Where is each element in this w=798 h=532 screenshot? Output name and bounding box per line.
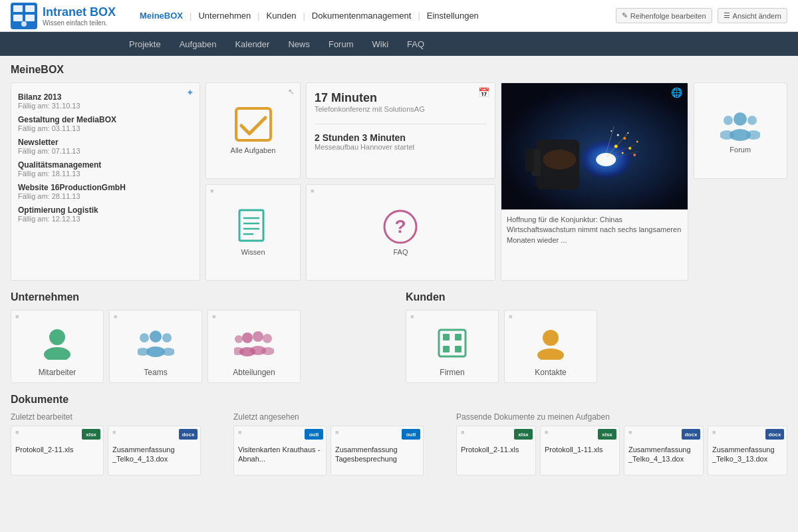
globe-icon-2: 🌐 (671, 87, 682, 98)
forum-label-2: Forum (730, 146, 751, 154)
task-row: Optimierung Logistik Fällig am: 12.12.13 (18, 205, 193, 223)
top-nav: MeineBOX | Unternehmen | Kunden | Dokume… (133, 11, 616, 21)
alle-aufgaben-card-2[interactable]: ↖ Alle Aufgaben (205, 82, 301, 179)
svg-rect-4 (25, 15, 35, 21)
sub-nav: Projekte Aufgaben Kalender News Forum Wi… (0, 32, 798, 56)
task-row: Bilanz 2013 Fällig am: 31.10.13 (18, 92, 193, 110)
sub-nav-news[interactable]: News (279, 32, 319, 56)
zuletzt-angesehen-cards: ■ outl Visitenkarten Krauthaus - Abnah..… (233, 426, 446, 475)
svg-rect-60 (525, 148, 534, 172)
timer-card-2[interactable]: 📅 17 Minuten Telefonkonferenz mit Soluti… (306, 82, 495, 179)
kunden-title: Kunden (406, 291, 787, 303)
svg-point-89 (543, 330, 559, 346)
wissen-label-2: Wissen (241, 248, 265, 256)
sub-nav-faq[interactable]: FAQ (398, 32, 434, 56)
svg-point-82 (235, 335, 243, 343)
corner-mark: ■ (712, 429, 716, 436)
sub-nav-kalender[interactable]: Kalender (225, 32, 279, 56)
news-image-2 (501, 83, 688, 209)
teams-icon (138, 327, 174, 360)
doc-protokoll-2-11-b[interactable]: ■ xlsx Protokoll_2-11.xls (456, 426, 536, 475)
svg-rect-3 (13, 15, 23, 21)
calendar-icon-2: 📅 (478, 87, 489, 98)
reihenfolge-button[interactable]: ✎ Reihenfolge bearbeiten (616, 8, 712, 23)
wissen-card-2[interactable]: ■ Wissen (205, 184, 301, 281)
svg-point-49 (610, 130, 612, 132)
zuletzt-bearbeitet-label: Zuletzt bearbeitet (11, 412, 223, 422)
top-nav-einstellungen[interactable]: Einstellungen (420, 11, 485, 21)
corner-mark: ■ (15, 313, 19, 320)
dokumente-grid: Zuletzt bearbeitet ■ xlsx Protokoll_2-11… (11, 412, 787, 475)
firmen-icon (436, 327, 469, 360)
tasks-list-inner: Bilanz 2013 Fällig am: 31.10.13 Gestaltu… (18, 90, 193, 228)
svg-point-5 (21, 21, 27, 27)
doc-zusammenfassung-telko-3[interactable]: ■ docx Zusammenfassung _Telko_3_13.dox (708, 426, 787, 475)
news-card-2[interactable]: 🌐 (501, 82, 688, 281)
svg-rect-34 (239, 210, 263, 241)
edit-icon: ✎ (622, 11, 628, 20)
teams-label: Teams (110, 368, 201, 377)
doc-zusammenfassung-telko-4[interactable]: ■ docx Zusammenfassung _Telko_4_13.dox (108, 426, 201, 475)
logo-title: Intranet BOX (43, 5, 116, 19)
corner-mark: ■ (15, 429, 19, 436)
mitarbeiter-label: Mitarbeiter (11, 368, 103, 377)
tasks-list-card[interactable]: ✦ Bilanz 2013 Fällig am: 31.10.13 Gestal… (11, 82, 200, 281)
doc-type-docx: docx (765, 429, 784, 440)
passende-dokumente-cards: ■ xlsx Protokoll_2-11.xls ■ xlsx Protoko… (456, 426, 787, 475)
svg-point-72 (140, 333, 149, 342)
logo-icon (11, 3, 37, 29)
doc-type-outl: outl (402, 429, 420, 440)
kontakte-label: Kontakte (505, 368, 597, 377)
teams-card[interactable]: ■ Teams (109, 310, 202, 383)
doc-zusammenfassung-telko-4-b[interactable]: ■ docx Zusammenfassung _Telko_4_13.dox (624, 426, 704, 475)
doc-protokoll-1-11[interactable]: ■ xlsx Protokoll_1-11.xls (540, 426, 620, 475)
top-nav-meinebox[interactable]: MeineBOX (133, 11, 190, 21)
zuletzt-bearbeitet-cards: ■ xlsx Protokoll_2-11.xls ■ docx Zusamme… (11, 426, 223, 475)
svg-rect-87 (443, 346, 450, 352)
timer-messe: Messeaufbau Hannover startet (315, 143, 487, 151)
doc-type-xlsx: xlsx (598, 429, 616, 440)
svg-point-68 (49, 329, 65, 345)
firmen-card[interactable]: ■ Firmen (406, 310, 499, 383)
unternehmen-section: Unternehmen ■ Mitarbeiter ■ (11, 291, 392, 383)
corner-mark: ■ (112, 429, 116, 436)
forum-card-2[interactable]: Forum (694, 82, 788, 179)
header-actions: ✎ Reihenfolge bearbeiten ☰ Ansicht änder… (616, 8, 787, 23)
ansicht-button[interactable]: ☰ Ansicht ändern (718, 8, 787, 23)
corner-mark: ■ (210, 188, 213, 194)
task-row: Newsletter Fällig am: 07.11.13 (18, 138, 193, 155)
svg-point-69 (44, 347, 70, 360)
logo-subtitle: Wissen einfach teilen. (43, 19, 116, 27)
sub-nav-aufgaben[interactable]: Aufgaben (170, 32, 226, 56)
corner-mark: ■ (509, 313, 512, 320)
faq-label: FAQ (393, 248, 408, 256)
mitarbeiter-card[interactable]: ■ Mitarbeiter (11, 310, 104, 383)
kunden-cards: ■ Firmen ■ (406, 310, 787, 383)
sub-nav-wiki[interactable]: Wiki (363, 32, 398, 56)
corner-mark: ■ (410, 313, 414, 320)
doc-type-docx: docx (682, 429, 700, 440)
svg-rect-85 (443, 334, 450, 340)
top-nav-kunden[interactable]: Kunden (260, 11, 303, 21)
passende-dokumente-col: Passende Dokumente zu meinen Aufgaben ■ … (456, 412, 787, 475)
checkmark-svg (233, 107, 273, 144)
sub-nav-projekte[interactable]: Projekte (120, 32, 170, 56)
kontakte-icon (534, 327, 567, 360)
sub-nav-forum[interactable]: Forum (319, 32, 363, 56)
abteilungen-label: Abteilungen (208, 368, 300, 377)
timer-min-display: 17 Minuten (315, 91, 487, 105)
top-nav-unternehmen[interactable]: Unternehmen (192, 11, 257, 21)
svg-rect-2 (25, 5, 35, 12)
corner-mark: ■ (545, 429, 548, 436)
kontakte-card[interactable]: ■ Kontakte (504, 310, 597, 383)
corner-mark: ■ (238, 429, 241, 436)
abteilungen-card[interactable]: ■ Abteilungen (207, 310, 301, 383)
zuletzt-angesehen-label: Zuletzt angesehen (233, 412, 446, 422)
corner-mark: ■ (628, 429, 632, 436)
faq-card-2[interactable]: ■ ? FAQ (306, 184, 495, 281)
doc-zusammenfassung-tages[interactable]: ■ outl Zusammenfassung Tagesbesprechung (331, 426, 424, 475)
top-nav-dokumentenmanagement[interactable]: Dokumentenmanagement (305, 11, 418, 21)
doc-type-xlsx: xlsx (514, 429, 533, 440)
doc-visitenkarten[interactable]: ■ outl Visitenkarten Krauthaus - Abnah..… (233, 426, 327, 475)
doc-protokoll-2-11[interactable]: ■ xlsx Protokoll_2-11.xls (11, 426, 104, 475)
